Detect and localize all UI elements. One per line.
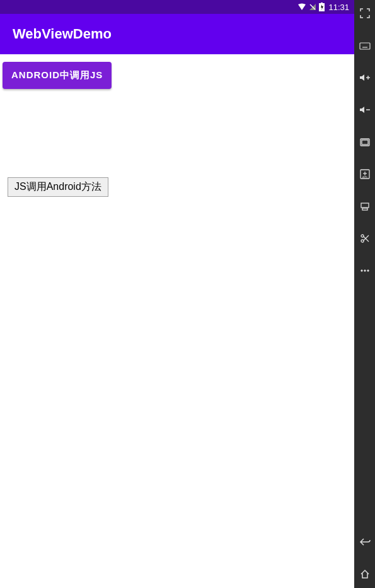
screenshot-icon[interactable] <box>354 131 375 152</box>
svg-point-26 <box>367 269 368 271</box>
status-icons <box>297 3 325 11</box>
svg-point-20 <box>361 235 364 237</box>
svg-rect-13 <box>362 140 368 144</box>
signal-icon <box>309 3 316 11</box>
fullscreen-icon[interactable] <box>354 3 375 23</box>
call-android-button[interactable]: JS调用Android方法 <box>8 177 108 197</box>
phone-screen: 11:31 WebViewDemo ANDROID中调用JS JS调用Andro… <box>0 0 354 588</box>
svg-text:APK: APK <box>362 175 367 179</box>
status-time: 11:31 <box>328 3 349 12</box>
svg-rect-18 <box>361 203 369 208</box>
emulator-toolbar: APK <box>354 0 375 588</box>
app-bar: WebViewDemo <box>0 14 354 54</box>
svg-point-24 <box>361 269 362 271</box>
svg-point-21 <box>361 240 364 242</box>
volume-down-icon[interactable] <box>354 99 375 120</box>
volume-up-icon[interactable] <box>354 67 375 88</box>
charging-icon <box>319 3 325 11</box>
scissors-icon[interactable] <box>354 228 375 249</box>
svg-rect-19 <box>362 208 367 210</box>
call-js-button[interactable]: ANDROID中调用JS <box>3 62 112 89</box>
svg-point-25 <box>364 269 365 271</box>
record-icon[interactable] <box>354 196 375 216</box>
content-area: ANDROID中调用JS JS调用Android方法 <box>0 54 354 588</box>
webview-area: JS调用Android方法 <box>3 177 352 197</box>
wifi-icon <box>297 3 306 11</box>
app-title: WebViewDemo <box>13 26 112 42</box>
back-icon[interactable] <box>354 531 375 552</box>
status-bar: 11:31 <box>0 0 354 14</box>
svg-rect-3 <box>360 43 370 49</box>
keyboard-icon[interactable] <box>354 35 375 56</box>
more-icon[interactable] <box>354 260 375 281</box>
home-icon[interactable] <box>354 563 375 584</box>
svg-rect-2 <box>321 3 323 4</box>
install-apk-icon[interactable]: APK <box>354 163 375 184</box>
